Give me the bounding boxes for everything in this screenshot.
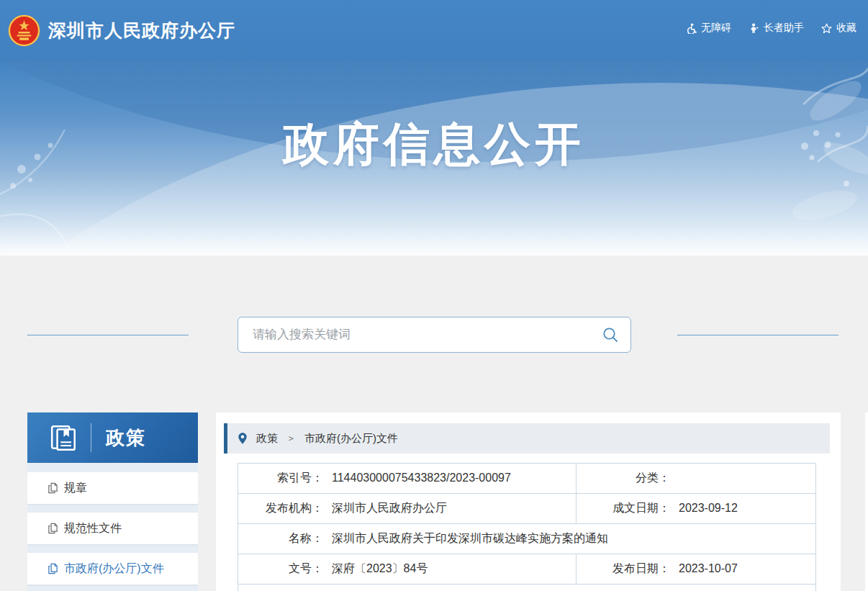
publish-date-label: 发布日期：	[577, 561, 670, 577]
scrollbar-track[interactable]	[865, 412, 868, 591]
breadcrumb-root-link[interactable]: 政策	[256, 432, 278, 446]
search-box	[238, 317, 631, 353]
document-number-label: 文号：	[238, 561, 323, 577]
table-row-partial	[238, 585, 816, 591]
table-row: 文号：深府〔2023〕84号 发布日期：2023-10-07	[238, 554, 816, 585]
accessibility-link[interactable]: 无障碍	[686, 22, 731, 35]
document-meta-table: 索引号：114403000075433823/2023-00097 分类： 发布…	[238, 463, 816, 591]
empty-cell	[238, 585, 816, 591]
policy-book-icon	[49, 423, 79, 453]
national-emblem-icon	[7, 14, 41, 48]
hero-banner: 政府信息公开	[0, 61, 868, 256]
search-input[interactable]	[238, 317, 596, 352]
star-icon	[821, 23, 832, 34]
issuing-agency-cell: 发布机构：深圳市人民政府办公厅	[238, 494, 577, 524]
sidebar-header-divider	[91, 423, 91, 452]
publish-date-cell: 发布日期：2023-10-07	[577, 554, 816, 585]
decorative-line-left	[27, 335, 189, 335]
sidebar-title: 政策	[106, 425, 146, 451]
top-bar: 深圳市人民政府办公厅 无障碍 长者助手	[0, 0, 868, 61]
category-cell: 分类：	[577, 464, 816, 494]
publish-date-value: 2023-10-07	[679, 562, 738, 574]
sidebar-header: 政策	[27, 412, 198, 463]
document-icon	[48, 482, 58, 494]
index-number-value: 114403000075433823/2023-00097	[332, 472, 511, 484]
main-panel: 政策 ＞ 市政府(办公厅)文件 索引号：114403000075433823/2…	[216, 412, 841, 591]
document-icon	[48, 523, 58, 534]
search-icon	[602, 326, 619, 343]
sidebar: 政策 规章 规范性文件	[27, 412, 198, 591]
sidebar-item-label: 规范性文件	[64, 521, 122, 536]
topbar-link-label: 无障碍	[701, 22, 731, 35]
document-name-label: 名称：	[238, 531, 323, 546]
index-number-label: 索引号：	[238, 471, 323, 486]
table-row: 索引号：114403000075433823/2023-00097 分类：	[238, 464, 816, 494]
search-section	[0, 256, 868, 412]
document-name-value: 深圳市人民政府关于印发深圳市碳达峰实施方案的通知	[332, 532, 608, 544]
breadcrumb-separator: ＞	[286, 432, 296, 445]
document-name-cell: 名称：深圳市人民政府关于印发深圳市碳达峰实施方案的通知	[238, 524, 816, 554]
table-row: 名称：深圳市人民政府关于印发深圳市碳达峰实施方案的通知	[238, 524, 816, 554]
topbar-link-label: 长者助手	[764, 22, 804, 35]
sidebar-menu: 规章 规范性文件 市政府(办公厅)文件	[27, 463, 198, 591]
sidebar-item-label: 规章	[64, 481, 87, 496]
breadcrumb: 政策 ＞ 市政府(办公厅)文件	[224, 423, 830, 454]
site-title: 深圳市人民政府办公厅	[48, 19, 235, 42]
index-number-cell: 索引号：114403000075433823/2023-00097	[238, 464, 577, 494]
content-section: 政策 规章 规范性文件	[0, 412, 868, 591]
document-icon	[48, 563, 58, 574]
issuing-agency-value: 深圳市人民政府办公厅	[332, 502, 447, 514]
accessibility-icon	[686, 23, 697, 34]
document-number-cell: 文号：深府〔2023〕84号	[238, 554, 577, 585]
written-date-label: 成文日期：	[577, 501, 670, 516]
sidebar-item-normative-documents[interactable]: 规范性文件	[27, 513, 198, 544]
favorite-link[interactable]: 收藏	[821, 22, 856, 35]
location-pin-icon	[238, 432, 248, 445]
site-logo[interactable]: 深圳市人民政府办公厅	[7, 14, 235, 48]
topbar-link-label: 收藏	[836, 22, 856, 35]
sidebar-item-label: 市政府(办公厅)文件	[64, 561, 164, 577]
breadcrumb-current-link[interactable]: 市政府(办公厅)文件	[304, 432, 398, 446]
document-number-value: 深府〔2023〕84号	[332, 562, 428, 574]
page: 深圳市人民政府办公厅 无障碍 长者助手	[0, 0, 868, 591]
sidebar-item-regulations[interactable]: 规章	[27, 472, 198, 504]
page-title: 政府信息公开	[0, 61, 868, 176]
issuing-agency-label: 发布机构：	[238, 501, 323, 516]
decorative-line-right	[677, 335, 838, 335]
search-button[interactable]	[596, 326, 630, 343]
sidebar-item-municipal-government-documents[interactable]: 市政府(办公厅)文件	[27, 553, 198, 585]
table-row: 发布机构：深圳市人民政府办公厅 成文日期：2023-09-12	[238, 494, 816, 524]
elder-assist-icon	[749, 23, 759, 34]
elder-assist-link[interactable]: 长者助手	[749, 22, 804, 35]
category-label: 分类：	[577, 471, 670, 486]
written-date-cell: 成文日期：2023-09-12	[577, 494, 816, 524]
written-date-value: 2023-09-12	[679, 502, 738, 514]
